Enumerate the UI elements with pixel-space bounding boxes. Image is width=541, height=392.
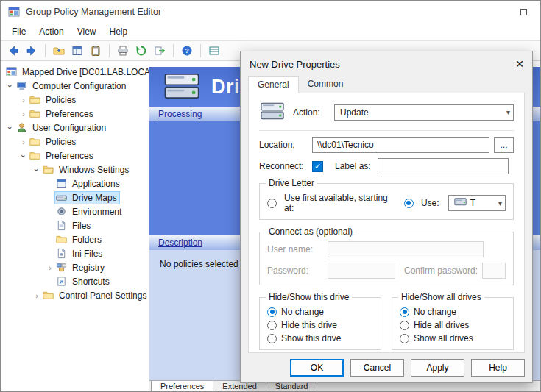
refresh-icon[interactable] [133, 43, 149, 59]
shortcut-icon [55, 276, 68, 287]
drive-letter-value: T [470, 198, 475, 208]
drive-letter-dropdown[interactable]: T ▾ [448, 195, 506, 211]
tree-item-computer-policies[interactable]: Policies [1, 93, 149, 107]
hide-all-drives-radio[interactable] [400, 321, 409, 330]
hide-this-drive-radio[interactable] [267, 321, 277, 330]
printer-icon[interactable] [115, 43, 131, 59]
window-icon[interactable] [69, 43, 85, 59]
tree-item-drive-maps[interactable]: Drive Maps [1, 190, 149, 204]
clipboard-icon[interactable] [88, 43, 104, 59]
general-tab-page: Action: Update ▾ Location: \\dc01\Tecnic… [248, 93, 525, 353]
help-button[interactable]: Help [471, 359, 525, 377]
connect-as-group: Connect as (optional) User name: Passwor… [259, 232, 514, 285]
back-icon[interactable] [5, 43, 21, 59]
reconnect-row: Reconnect: ✓ Label as: [259, 158, 514, 174]
toolbar-separator [45, 44, 46, 57]
menu-file[interactable]: File [5, 24, 32, 39]
connect-as-group-title: Connect as (optional) [266, 227, 356, 237]
label-as-label: Label as: [335, 161, 378, 171]
tree-item-root[interactable]: Mapped Drive [DC01.LAB.LOCA [1, 65, 149, 79]
tab-general[interactable]: General [248, 76, 299, 93]
cancel-button[interactable]: Cancel [350, 359, 404, 377]
dialog-title: New Drive Properties [250, 59, 507, 70]
tree-item-computer-configuration[interactable]: Computer Configuration [1, 79, 149, 93]
password-input [328, 263, 395, 279]
tree-item-control-panel-settings[interactable]: Control Panel Settings [1, 288, 149, 302]
export-icon[interactable] [152, 43, 168, 59]
show-all-drives-radio[interactable] [400, 334, 409, 343]
tree-item-environment[interactable]: Environment [1, 204, 149, 218]
use-first-available-radio[interactable] [267, 199, 277, 208]
forward-icon[interactable] [24, 43, 40, 59]
tree-item-shortcuts[interactable]: Shortcuts [1, 274, 149, 288]
chevron-down-icon[interactable] [18, 152, 29, 160]
hide-show-row: Hide/Show this drive No change Hide this… [259, 285, 514, 350]
user-name-label: User name: [267, 244, 328, 254]
tree-item-registry[interactable]: Registry [1, 260, 149, 274]
tree-item-user-configuration[interactable]: User Configuration [1, 121, 149, 135]
menu-help[interactable]: Help [103, 24, 135, 39]
reconnect-checkbox[interactable]: ✓ [312, 161, 323, 172]
tree-item-windows-settings[interactable]: Windows Settings [1, 163, 149, 177]
app-icon [8, 6, 20, 18]
file-icon [55, 220, 68, 231]
this-no-change-radio[interactable] [267, 307, 277, 317]
folder-icon [29, 150, 41, 161]
computer-icon [15, 80, 28, 91]
tree-item-label: Mapped Drive [DC01.LAB.LOCA [20, 66, 149, 78]
tree-item-user-policies[interactable]: Policies [1, 135, 149, 149]
tree-item-folders[interactable]: Folders [1, 232, 149, 246]
chevron-right-icon[interactable] [18, 138, 29, 146]
apply-button[interactable]: Apply [411, 359, 464, 377]
tree-item-computer-preferences[interactable]: Preferences [1, 107, 149, 121]
no-policies-text: No policies selected [160, 259, 238, 269]
folder-icon [29, 136, 41, 147]
tree-item-files[interactable]: Files [1, 218, 149, 232]
show-this-drive-radio[interactable] [267, 334, 277, 343]
location-input[interactable]: \\dc01\Tecnico [312, 137, 489, 153]
list-icon[interactable] [206, 43, 222, 59]
chevron-right-icon[interactable] [18, 96, 29, 104]
close-icon[interactable]: × [507, 53, 532, 75]
chevron-right-icon[interactable] [45, 263, 55, 272]
option-row: Hide this drive [267, 320, 373, 330]
title-bar: Group Policy Management Editor [1, 1, 540, 23]
menu-action[interactable]: Action [32, 24, 70, 39]
description-link[interactable]: Description [158, 238, 202, 248]
maximize-button[interactable] [514, 4, 533, 19]
drive-letter-group-title: Drive Letter [266, 178, 317, 188]
user-name-row: User name: [267, 241, 506, 257]
browse-button[interactable]: ... [494, 137, 514, 153]
up-folder-icon[interactable] [51, 43, 67, 59]
hide-show-this-drive-group: Hide/Show this drive No change Hide this… [259, 297, 381, 350]
chevron-down-icon[interactable] [5, 124, 15, 132]
menu-view[interactable]: View [71, 24, 103, 39]
drive-maps-header-icon [163, 71, 201, 104]
chevron-down-icon[interactable] [5, 82, 15, 90]
chevron-right-icon[interactable] [18, 110, 29, 118]
tree-item-user-preferences[interactable]: Preferences [1, 149, 149, 163]
user-icon [15, 122, 28, 133]
tree-item-label: Files [70, 220, 93, 232]
tab-common[interactable]: Common [299, 76, 353, 93]
ok-button[interactable]: OK [290, 359, 344, 377]
all-no-change-radio[interactable] [400, 307, 409, 317]
help-icon[interactable]: ? [179, 43, 195, 59]
tree-item-ini-files[interactable]: Ini Files [1, 246, 149, 260]
dialog-tabs: General Common [241, 76, 532, 93]
action-label: Action: [293, 107, 327, 118]
tab-preferences[interactable]: Preferences [151, 381, 213, 391]
label-as-input[interactable] [378, 158, 509, 174]
drive-icon [55, 192, 68, 203]
action-dropdown[interactable]: Update ▾ [334, 104, 514, 121]
toolbar-separator [173, 44, 174, 57]
processing-link[interactable]: Processing [158, 109, 202, 119]
show-all-drives-label: Show all drives [414, 333, 473, 343]
use-radio[interactable] [404, 199, 414, 208]
tree-item-applications[interactable]: Applications [1, 177, 149, 190]
tree-item-label: Ini Files [70, 248, 105, 260]
chevron-right-icon[interactable] [32, 291, 42, 300]
folder-icon [55, 234, 68, 245]
chevron-down-icon[interactable] [32, 165, 42, 174]
drive-icon [454, 197, 467, 209]
